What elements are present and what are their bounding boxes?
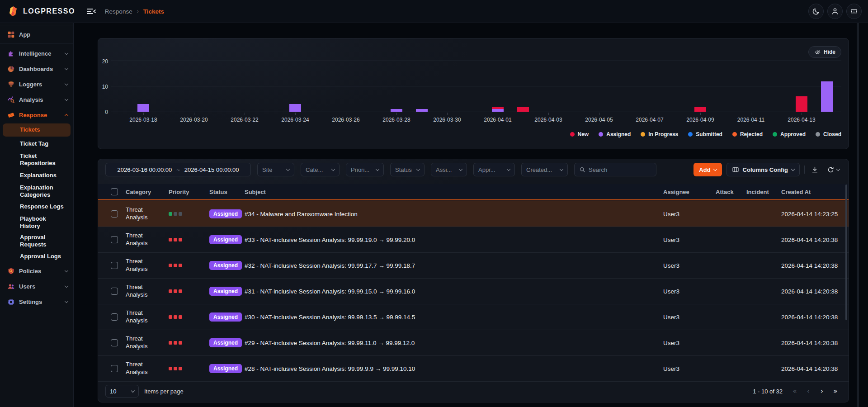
- hide-chart-button[interactable]: Hide: [808, 46, 841, 58]
- x-axis-tick-label: 2026-04-09: [675, 117, 725, 123]
- ticket-row[interactable]: Threat AnalysisAssigned#31 - NAT-inclusi…: [98, 279, 849, 304]
- breadcrumb-current[interactable]: Tickets: [143, 8, 164, 15]
- sidebar-subitem-explanation-categories[interactable]: Explanation Categories: [0, 182, 73, 201]
- columns-config-button[interactable]: Columns Config: [726, 163, 800, 176]
- select-all-checkbox[interactable]: [111, 188, 118, 195]
- legend-item-rejected[interactable]: Rejected: [732, 131, 763, 137]
- ticket-row[interactable]: Threat AnalysisAssigned#34 - Malware and…: [98, 201, 849, 227]
- search-input[interactable]: [589, 166, 652, 173]
- column-header-status: Status: [209, 189, 245, 195]
- column-header-subject: Subject: [245, 189, 663, 195]
- legend-item-in-progress[interactable]: In Progress: [641, 131, 678, 137]
- legend-dot-icon: [570, 132, 575, 137]
- row-checkbox[interactable]: [111, 210, 118, 218]
- policies-icon: [7, 267, 15, 275]
- sidebar-item-intelligence[interactable]: Intelligence: [0, 46, 73, 61]
- sidebar-item-loggers[interactable]: Loggers: [0, 76, 73, 92]
- chevron-down-icon: [791, 167, 795, 170]
- x-axis-tick: [194, 113, 194, 115]
- ticket-row[interactable]: Threat AnalysisAssigned#28 - NAT-inclusi…: [98, 356, 849, 382]
- legend-label: Closed: [823, 131, 841, 137]
- row-checkbox[interactable]: [111, 313, 118, 321]
- sidebar-collapse-button[interactable]: [86, 6, 98, 16]
- license-button[interactable]: [846, 4, 862, 19]
- legend-dot-icon: [732, 132, 737, 137]
- account-button[interactable]: [827, 4, 843, 19]
- ticket-row[interactable]: Threat AnalysisAssigned#33 - NAT-inclusi…: [98, 227, 849, 253]
- sidebar-item-dashboards[interactable]: Dashboards: [0, 61, 73, 76]
- cell-created-at: 2026-04-14 14:20:38: [781, 288, 841, 295]
- row-checkbox[interactable]: [111, 262, 118, 269]
- row-checkbox[interactable]: [111, 365, 118, 372]
- priority-dots: [169, 289, 209, 293]
- add-ticket-button[interactable]: Add: [693, 163, 722, 176]
- table-body: Threat AnalysisAssigned#34 - Malware and…: [98, 201, 849, 382]
- filter-dropdown-created[interactable]: Created...: [521, 163, 568, 176]
- topbar: LOGPRESSO Response › Tickets: [0, 0, 868, 23]
- cell-subject: #29 - NAT-inclusive Session Analysis: 99…: [245, 340, 663, 346]
- ticket-row[interactable]: Threat AnalysisAssigned#29 - NAT-inclusi…: [98, 330, 849, 356]
- chevron-down-icon: [286, 167, 290, 170]
- filter-dropdown-appr[interactable]: Appr...: [473, 163, 515, 176]
- filter-dropdown-cate[interactable]: Cate...: [301, 163, 340, 176]
- page-scrollbar[interactable]: [857, 23, 859, 407]
- loggers-icon: [7, 80, 15, 88]
- dark-mode-button[interactable]: [808, 4, 824, 19]
- filter-dropdown-status[interactable]: Status: [390, 163, 425, 176]
- legend-item-assigned[interactable]: Assigned: [599, 131, 631, 137]
- last-page-button[interactable]: »: [830, 385, 841, 397]
- chevron-down-icon: [65, 81, 68, 85]
- sidebar-subitem-ticket-tag[interactable]: Ticket Tag: [0, 137, 73, 151]
- column-header-attack: Attack: [716, 189, 746, 195]
- row-checkbox[interactable]: [111, 236, 118, 243]
- filter-dropdown-site[interactable]: Site: [257, 163, 294, 176]
- legend-item-submitted[interactable]: Submitted: [688, 131, 722, 137]
- filter-dropdowns: SiteCate...Priori...StatusAssi...Appr...…: [257, 163, 568, 176]
- sidebar-subitem-approval-logs[interactable]: Approval Logs: [0, 250, 73, 263]
- table-scrollbar-thumb[interactable]: [845, 185, 847, 320]
- filter-dropdown-priori[interactable]: Priori...: [346, 163, 384, 176]
- sidebar-item-settings[interactable]: Settings: [0, 294, 73, 309]
- breadcrumb-section[interactable]: Response: [105, 8, 132, 15]
- x-axis-tick-label: 2026-04-11: [726, 117, 776, 123]
- cell-status: Assigned: [209, 364, 245, 373]
- first-page-button[interactable]: «: [789, 385, 801, 397]
- page-size-select[interactable]: 10: [105, 385, 139, 398]
- legend-item-new[interactable]: New: [570, 131, 589, 137]
- cell-assignee: User3: [663, 211, 716, 218]
- sidebar-item-policies[interactable]: Policies: [0, 263, 73, 279]
- sidebar-subitem-ticket-repositories[interactable]: Ticket Repositories: [0, 151, 73, 169]
- sidebar-subitem-explanations[interactable]: Explanations: [0, 169, 73, 182]
- prev-page-button[interactable]: ‹: [802, 385, 814, 397]
- row-checkbox[interactable]: [111, 288, 118, 295]
- ticket-row[interactable]: Threat AnalysisAssigned#30 - NAT-inclusi…: [98, 304, 849, 330]
- ticket-row[interactable]: Threat AnalysisAssigned#32 - NAT-inclusi…: [98, 253, 849, 279]
- refresh-button[interactable]: [825, 163, 841, 176]
- export-download-button[interactable]: [809, 163, 821, 176]
- cell-created-at: 2026-04-14 14:20:38: [781, 262, 841, 269]
- sidebar-subitem-approval-requests[interactable]: Approval Requests: [0, 232, 73, 251]
- chevron-down-icon: [416, 167, 420, 170]
- sidebar-subitem-response-logs[interactable]: Response Logs: [0, 200, 73, 213]
- legend-item-closed[interactable]: Closed: [816, 131, 841, 137]
- next-page-button[interactable]: ›: [816, 385, 828, 397]
- bar-2026-03-28-assigned: [391, 109, 402, 112]
- priority-dot-icon: [174, 367, 177, 370]
- date-range-input[interactable]: 2026-03-16 00:00:00 ~ 2026-04-15 00:00:0…: [105, 163, 251, 176]
- sidebar-item-response[interactable]: Response: [0, 107, 73, 123]
- sidebar-item-analysis[interactable]: Analysis: [0, 92, 73, 107]
- row-checkbox[interactable]: [111, 339, 118, 346]
- sidebar-item-app[interactable]: App: [0, 25, 73, 44]
- filter-dropdown-assi[interactable]: Assi...: [431, 163, 467, 176]
- date-to: 2026-04-15 00:00:00: [184, 166, 239, 173]
- status-badge: Assigned: [209, 235, 242, 244]
- legend-dot-icon: [816, 132, 820, 137]
- legend-label: Submitted: [696, 131, 722, 137]
- sidebar-subitem-playbook-history[interactable]: Playbook History: [0, 213, 73, 232]
- search-box: [574, 163, 656, 176]
- column-header-assignee: Assignee: [663, 189, 716, 195]
- next-page-icon: ›: [821, 388, 823, 395]
- sidebar-subitem-tickets[interactable]: Tickets: [3, 123, 71, 137]
- legend-item-approved[interactable]: Approved: [773, 131, 806, 137]
- sidebar-item-users[interactable]: Users: [0, 279, 73, 294]
